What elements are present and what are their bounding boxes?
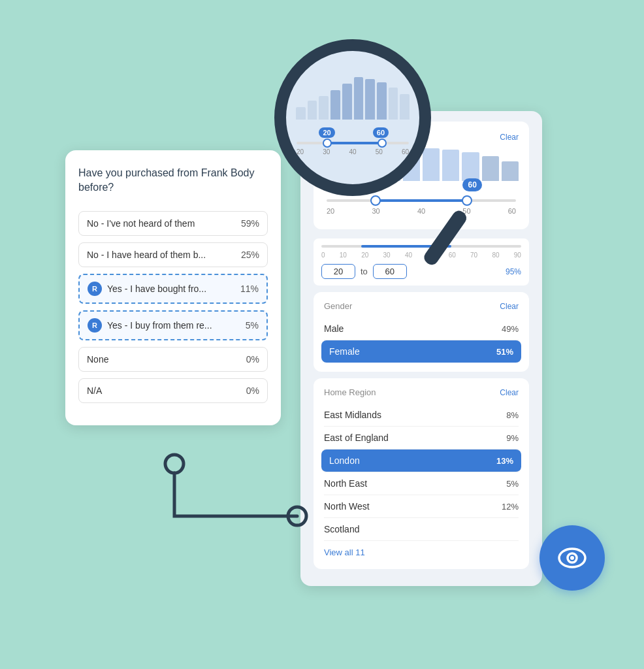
filter-item-east-england[interactable]: East of England 9% bbox=[324, 427, 519, 449]
svg-point-0 bbox=[165, 455, 184, 473]
magnify-glass: 20 60 20 30 40 50 60 bbox=[274, 39, 431, 196]
survey-item-text: No - I've not heard of them bbox=[87, 218, 195, 229]
filter-label-female: Female bbox=[329, 346, 360, 357]
region-pct-north-east: 5% bbox=[506, 479, 519, 489]
region-label-north-west: North West bbox=[324, 501, 370, 512]
filter-label-male: Male bbox=[324, 323, 344, 334]
range-label-70: 70 bbox=[470, 252, 477, 259]
magnify-content: 20 60 20 30 40 50 60 bbox=[286, 51, 419, 184]
survey-item-pct-6: 0% bbox=[246, 385, 259, 396]
mini-hist-bar-6 bbox=[365, 79, 375, 120]
survey-item-left-5: None bbox=[87, 354, 108, 365]
range-label-90: 90 bbox=[514, 252, 521, 259]
survey-item-pct-4: 5% bbox=[246, 320, 259, 331]
survey-item-none[interactable]: None 0% bbox=[78, 347, 268, 372]
region-clear-link[interactable]: Clear bbox=[500, 388, 519, 397]
filter-item-north-east[interactable]: North East 5% bbox=[324, 472, 519, 495]
mini-hist-bar-2 bbox=[319, 96, 329, 120]
full-range-labels: 0 10 20 30 40 50 60 70 80 90 bbox=[321, 252, 521, 259]
region-label: Home Region bbox=[324, 387, 376, 397]
full-range-bar bbox=[321, 245, 521, 248]
region-label-north-east: North East bbox=[324, 478, 367, 489]
survey-item-text-2: No - I have heard of them b... bbox=[87, 250, 206, 260]
gender-section: Gender Clear Male 49% Female 51% bbox=[314, 292, 529, 372]
eye-icon bbox=[555, 541, 589, 575]
eye-circle[interactable] bbox=[539, 525, 605, 591]
view-all-link[interactable]: View all 11 bbox=[324, 541, 519, 560]
mini-thumb-left bbox=[323, 139, 332, 148]
filter-item-east-midlands[interactable]: East Midlands 8% bbox=[324, 404, 519, 427]
survey-item-no-not-heard[interactable]: No - I've not heard of them 59% bbox=[78, 211, 268, 236]
filter-item-north-west[interactable]: North West 12% bbox=[324, 495, 519, 518]
survey-item-left-2: No - I have heard of them b... bbox=[87, 250, 206, 260]
mini-lbl-60: 60 bbox=[402, 148, 409, 155]
survey-item-text-3: Yes - I have bought fro... bbox=[107, 284, 206, 294]
range-label-20: 20 bbox=[361, 252, 368, 259]
survey-item-left-4: R Yes - I buy from them re... bbox=[88, 318, 212, 333]
survey-item-yes-bought[interactable]: R Yes - I have bought fro... 11% bbox=[78, 274, 268, 304]
gender-label: Gender bbox=[324, 301, 352, 311]
home-region-section: Home Region Clear East Midlands 8% East … bbox=[314, 378, 529, 569]
mini-hist-bar-1 bbox=[308, 101, 317, 120]
survey-item-left: No - I've not heard of them bbox=[87, 218, 195, 229]
mini-hist-bar-8 bbox=[389, 88, 398, 120]
region-section-header: Home Region Clear bbox=[324, 387, 519, 397]
age-clear-link[interactable]: Clear bbox=[500, 133, 519, 142]
mini-hist-bar-9 bbox=[400, 94, 410, 120]
range-label-10: 10 bbox=[340, 252, 347, 259]
left-card: Have you purchased from Frank Body befor… bbox=[65, 150, 281, 425]
filter-pct-female: 51% bbox=[496, 347, 513, 357]
range-label-40: 40 bbox=[405, 252, 412, 259]
survey-item-text-4: Yes - I buy from them re... bbox=[107, 320, 212, 331]
main-container: Have you purchased from Frank Body befor… bbox=[0, 0, 644, 669]
survey-badge-r1: R bbox=[88, 282, 102, 296]
svg-point-4 bbox=[570, 556, 574, 560]
mini-hist-bar-7 bbox=[377, 82, 387, 120]
range-label-30: 30 bbox=[383, 252, 391, 259]
mini-slider-labels: 20 30 40 50 60 bbox=[297, 148, 409, 155]
mini-lbl-50: 50 bbox=[376, 148, 383, 155]
range-label-60: 60 bbox=[449, 252, 456, 259]
range-inputs: to 95% bbox=[321, 264, 521, 279]
survey-badge-r2: R bbox=[88, 318, 102, 333]
filter-item-female[interactable]: Female 51% bbox=[321, 340, 521, 363]
mini-thumb-right bbox=[378, 139, 387, 148]
survey-item-left-6: N/A bbox=[87, 385, 102, 396]
mini-hist-bar-0 bbox=[296, 107, 306, 120]
mini-hist-bar-4 bbox=[342, 84, 352, 120]
survey-item-na[interactable]: N/A 0% bbox=[78, 378, 268, 403]
filter-item-male[interactable]: Male 49% bbox=[324, 318, 519, 340]
gender-section-header: Gender Clear bbox=[324, 301, 519, 311]
range-to-label: to bbox=[361, 267, 368, 276]
mini-bubble-left: 20 bbox=[319, 127, 334, 138]
mini-slider: 20 60 20 30 40 50 60 bbox=[297, 142, 409, 155]
survey-item-text-6: N/A bbox=[87, 385, 102, 396]
range-min-input[interactable] bbox=[321, 264, 355, 279]
range-label-80: 80 bbox=[492, 252, 499, 259]
filter-item-scotland[interactable]: Scotland bbox=[324, 518, 519, 541]
filter-pct-male: 49% bbox=[502, 324, 519, 334]
survey-item-text-5: None bbox=[87, 354, 108, 365]
survey-item-no-heard[interactable]: No - I have heard of them b... 25% bbox=[78, 242, 268, 267]
range-label-0: 0 bbox=[321, 252, 325, 259]
survey-item-left-3: R Yes - I have bought fro... bbox=[88, 282, 206, 296]
survey-item-pct-2: 25% bbox=[241, 250, 259, 260]
survey-item-pct-5: 0% bbox=[246, 354, 259, 365]
network-pct-label: 95% bbox=[506, 267, 521, 276]
mini-hist-bar-3 bbox=[330, 90, 340, 120]
mini-lbl-40: 40 bbox=[349, 148, 356, 155]
region-label-scotland: Scotland bbox=[324, 524, 359, 534]
range-max-input[interactable] bbox=[373, 264, 407, 279]
gender-clear-link[interactable]: Clear bbox=[500, 302, 519, 311]
mini-bubble-right: 60 bbox=[373, 127, 389, 138]
mini-lbl-20: 20 bbox=[297, 148, 304, 155]
region-pct-east-midlands: 8% bbox=[506, 410, 519, 420]
survey-item-yes-reg[interactable]: R Yes - I buy from them re... 5% bbox=[78, 310, 268, 340]
hist-bar-8 bbox=[482, 156, 499, 181]
survey-item-pct-3: 11% bbox=[240, 284, 259, 294]
mini-histogram bbox=[293, 77, 413, 120]
region-pct-north-west: 12% bbox=[502, 502, 519, 512]
card-question: Have you purchased from Frank Body befor… bbox=[78, 166, 268, 195]
filter-item-london[interactable]: London 13% bbox=[321, 449, 521, 472]
mini-hist-bar-5 bbox=[354, 77, 364, 120]
